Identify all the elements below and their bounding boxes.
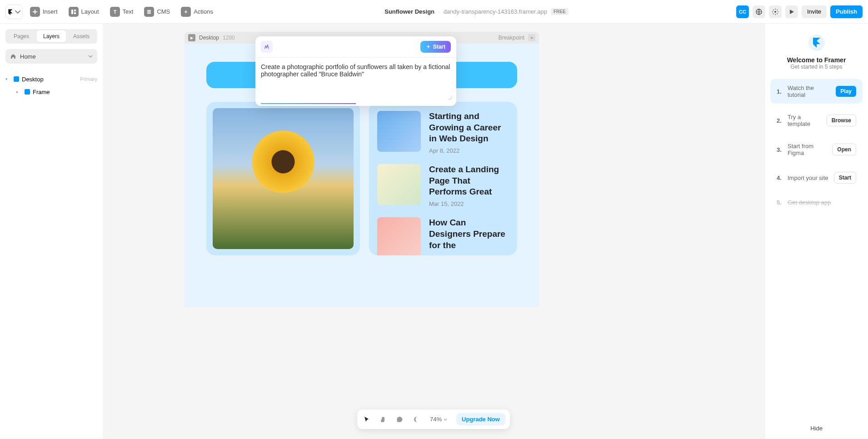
settings-button[interactable] xyxy=(769,5,782,18)
step-label: Get desktop app xyxy=(788,199,856,206)
thumbnail xyxy=(377,217,421,255)
step-number: 5. xyxy=(777,199,783,206)
insert-button[interactable]: Insert xyxy=(26,5,61,19)
layout-button[interactable]: Layout xyxy=(65,5,103,19)
content-row: Starting and Growing a Career in Web Des… xyxy=(206,102,517,255)
right-panel: Welcome to Framer Get started in 5 steps… xyxy=(764,24,868,439)
main: Pages Layers Assets Home ▾ Desktop Prima… xyxy=(0,24,868,439)
framer-logo xyxy=(808,35,825,51)
project-url[interactable]: dandy-transparency-143163.framer.app xyxy=(444,8,547,15)
canvas-area[interactable]: ▶ Desktop 1200 Breakpoint + xyxy=(103,24,764,439)
play-icon xyxy=(788,9,795,15)
article-title: Starting and Growing a Career in Web Des… xyxy=(429,111,509,145)
start-button[interactable]: Start xyxy=(834,172,856,184)
hide-button[interactable]: Hide xyxy=(810,425,823,432)
layer-icon xyxy=(14,76,19,82)
primary-badge: Primary xyxy=(80,76,97,82)
svg-rect-5 xyxy=(147,11,151,12)
step-watch-tutorial: 1. Watch the tutorial Play xyxy=(770,79,863,104)
globe-button[interactable] xyxy=(753,5,765,18)
play-icon[interactable]: ▶ xyxy=(188,34,195,41)
publish-button[interactable]: Publish xyxy=(830,5,863,18)
frame-size: 1200 xyxy=(223,35,235,41)
browse-button[interactable]: Browse xyxy=(827,115,856,126)
svg-rect-6 xyxy=(147,13,151,14)
topbar-center: Sunflower Design · dandy-transparency-14… xyxy=(220,8,733,15)
topbar-right: CC Invite Publish xyxy=(736,5,863,18)
open-button[interactable]: Open xyxy=(832,144,856,155)
sparkle-icon xyxy=(426,45,431,50)
tree-label: Frame xyxy=(33,89,50,95)
svg-rect-1 xyxy=(74,10,76,11)
invite-button[interactable]: Invite xyxy=(802,5,827,18)
hand-tool[interactable] xyxy=(378,414,388,424)
list-item[interactable]: Starting and Growing a Career in Web Des… xyxy=(377,111,509,154)
cms-button[interactable]: CMS xyxy=(140,5,174,19)
user-avatar[interactable]: CC xyxy=(736,5,749,18)
tab-pages[interactable]: Pages xyxy=(7,30,36,42)
cursor-tool[interactable] xyxy=(362,414,372,424)
home-icon xyxy=(10,53,16,60)
start-label: Start xyxy=(433,44,445,50)
cms-label: CMS xyxy=(157,8,170,15)
resize-handle-icon[interactable] xyxy=(448,96,453,100)
insert-label: Insert xyxy=(43,8,58,15)
chevron-down-icon xyxy=(88,54,93,59)
layout-icon xyxy=(69,7,79,17)
text-icon: T xyxy=(110,7,120,17)
topbar: Insert Layout T Text CMS Actions Sunflow… xyxy=(0,0,868,24)
article-list[interactable]: Starting and Growing a Career in Web Des… xyxy=(369,102,517,255)
tree-item-frame[interactable]: ▸ Frame xyxy=(5,85,97,98)
chevron-down-icon xyxy=(15,9,21,15)
plus-icon xyxy=(30,7,40,17)
text-button[interactable]: T Text xyxy=(106,5,137,19)
project-name[interactable]: Sunflower Design xyxy=(384,8,434,15)
ai-prompt-input[interactable] xyxy=(261,63,451,96)
welcome-title: Welcome to Framer xyxy=(787,56,846,64)
bottom-toolbar: 74% Upgrade Now xyxy=(357,409,510,429)
svg-rect-4 xyxy=(147,10,151,11)
list-item[interactable]: Create a Landing Page That Performs Grea… xyxy=(377,164,509,207)
upgrade-button[interactable]: Upgrade Now xyxy=(456,413,505,425)
tab-assets[interactable]: Assets xyxy=(67,30,96,42)
play-button[interactable]: Play xyxy=(836,86,856,97)
home-row[interactable]: Home xyxy=(5,49,97,64)
list-item[interactable]: How Can Designers Prepare for the xyxy=(377,217,509,255)
step-number: 4. xyxy=(777,175,783,181)
article-title: Create a Landing Page That Performs Grea… xyxy=(429,164,509,198)
ai-popup-body xyxy=(255,58,456,103)
step-number: 1. xyxy=(777,88,783,95)
framer-logo-icon xyxy=(7,9,14,15)
ai-popup: Start xyxy=(255,36,456,106)
frame-name[interactable]: Desktop xyxy=(199,35,219,41)
free-badge: FREE xyxy=(551,8,569,15)
text-label: Text xyxy=(123,8,134,15)
thumbnail xyxy=(377,111,421,152)
breakpoint-label[interactable]: Breakpoint xyxy=(499,35,524,41)
actions-button[interactable]: Actions xyxy=(177,5,217,19)
step-import-site: 4. Import your site Start xyxy=(770,166,863,189)
image-card[interactable] xyxy=(206,102,360,255)
ai-popup-header: Start xyxy=(255,36,456,58)
dark-mode-toggle[interactable] xyxy=(411,414,421,424)
preview-button[interactable] xyxy=(785,5,798,18)
step-try-template: 2. Try a template Browse xyxy=(770,108,863,133)
bolt-icon xyxy=(181,7,191,17)
comment-tool[interactable] xyxy=(394,414,404,424)
step-label: Import your site xyxy=(788,175,829,181)
logo-menu-button[interactable] xyxy=(5,5,23,19)
article-date: Mar 15, 2022 xyxy=(429,200,509,207)
article-title: How Can Designers Prepare for the xyxy=(429,217,509,251)
svg-text:T: T xyxy=(113,9,116,15)
layer-tree: ▾ Desktop Primary ▸ Frame xyxy=(5,73,97,98)
panel-tabs: Pages Layers Assets xyxy=(5,29,97,44)
article-date: Apr 8, 2022 xyxy=(429,147,509,154)
tab-layers[interactable]: Layers xyxy=(37,30,66,42)
sunflower-image xyxy=(213,108,354,249)
add-breakpoint-button[interactable]: + xyxy=(528,34,535,41)
ai-start-button[interactable]: Start xyxy=(420,41,451,53)
zoom-control[interactable]: 74% xyxy=(427,416,450,423)
svg-rect-0 xyxy=(71,10,73,14)
globe-icon xyxy=(755,8,763,15)
tree-item-desktop[interactable]: ▾ Desktop Primary xyxy=(5,73,97,85)
